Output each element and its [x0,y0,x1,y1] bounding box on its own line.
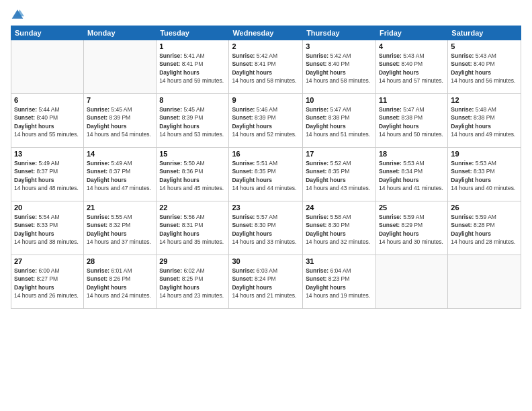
calendar-cell: 23Sunrise: 5:57 AMSunset: 8:30 PMDayligh… [229,201,303,255]
calendar-cell: 13Sunrise: 5:49 AMSunset: 8:37 PMDayligh… [11,148,84,201]
day-number: 5 [451,42,518,50]
sunrise-label: Sunrise: [379,214,402,220]
daylight-label: Daylight hours [159,230,200,237]
day-info: Sunrise: 5:43 AMSunset: 8:40 PMDaylight … [379,52,445,85]
sunset-label: Sunset: [232,114,253,121]
sunset-label: Sunset: [87,275,107,282]
daylight-label: Daylight hours [14,284,54,291]
sunrise-label: Sunrise: [87,214,109,220]
day-info: Sunrise: 5:42 AMSunset: 8:41 PMDaylight … [232,52,300,85]
sunset-label: Sunset: [87,114,107,121]
day-info: Sunrise: 5:41 AMSunset: 8:41 PMDaylight … [159,52,226,85]
day-info: Sunrise: 5:58 AMSunset: 8:30 PMDaylight … [306,213,373,246]
sunset-label: Sunset: [14,168,35,175]
day-number: 14 [87,150,153,158]
weekday-header-tuesday: Tuesday [157,26,229,40]
sunrise-label: Sunrise: [159,267,182,274]
calendar-cell: 29Sunrise: 6:02 AMSunset: 8:25 PMDayligh… [157,255,229,309]
sunrise-label: Sunrise: [451,214,474,220]
sunrise-label: Sunrise: [14,106,37,113]
daylight-label: Daylight hours [451,230,491,237]
daylight-label: Daylight hours [232,284,272,291]
calendar-cell: 4Sunrise: 5:43 AMSunset: 8:40 PMDaylight… [375,40,447,94]
daylight-label: Daylight hours [379,230,419,237]
sunset-label: Sunset: [379,114,400,121]
daylight-label: Daylight hours [451,123,491,130]
daylight-label: Daylight hours [87,123,127,130]
day-number: 30 [232,257,300,265]
sunset-label: Sunset: [451,60,472,67]
daylight-label: Daylight hours [159,123,200,130]
sunset-label: Sunset: [379,168,400,175]
week-row-1: 6Sunrise: 5:44 AMSunset: 8:40 PMDaylight… [11,94,521,148]
sunset-label: Sunset: [306,60,326,67]
day-number: 4 [379,42,445,50]
day-number: 26 [451,203,518,212]
logo [11,8,27,20]
calendar-cell: 31Sunrise: 6:04 AMSunset: 8:23 PMDayligh… [303,255,376,309]
day-number: 12 [451,96,518,104]
daylight-label: Daylight hours [232,69,272,76]
sunset-label: Sunset: [306,275,326,282]
day-number: 13 [14,150,81,158]
sunrise-label: Sunrise: [232,52,255,59]
daylight-label: Daylight hours [159,284,200,291]
day-number: 18 [379,150,445,158]
calendar-cell: 2Sunrise: 5:42 AMSunset: 8:41 PMDaylight… [229,40,303,94]
daylight-label: Daylight hours [232,177,272,183]
day-number: 28 [87,257,153,265]
sunrise-label: Sunrise: [159,106,182,113]
daylight-label: Daylight hours [87,177,127,183]
day-number: 2 [232,42,300,50]
calendar-cell: 10Sunrise: 5:47 AMSunset: 8:38 PMDayligh… [303,94,376,148]
day-number: 8 [159,96,226,104]
calendar-cell: 21Sunrise: 5:55 AMSunset: 8:32 PMDayligh… [83,201,156,255]
daylight-label: Daylight hours [379,123,419,130]
daylight-label: Daylight hours [306,69,346,76]
sunset-label: Sunset: [451,222,472,228]
day-info: Sunrise: 5:47 AMSunset: 8:38 PMDaylight … [379,105,445,138]
calendar-cell: 18Sunrise: 5:53 AMSunset: 8:34 PMDayligh… [375,148,447,201]
header [11,8,521,20]
weekday-header-thursday: Thursday [303,26,376,40]
day-number: 31 [306,257,373,265]
sunset-label: Sunset: [306,222,326,228]
sunset-label: Sunset: [232,222,253,228]
day-info: Sunrise: 5:59 AMSunset: 8:29 PMDaylight … [379,213,445,246]
day-info: Sunrise: 5:53 AMSunset: 8:33 PMDaylight … [451,159,518,192]
calendar-cell: 15Sunrise: 5:50 AMSunset: 8:36 PMDayligh… [157,148,229,201]
calendar-cell: 25Sunrise: 5:59 AMSunset: 8:29 PMDayligh… [375,201,447,255]
weekday-header-row: SundayMondayTuesdayWednesdayThursdayFrid… [11,26,521,40]
calendar-cell: 27Sunrise: 6:00 AMSunset: 8:27 PMDayligh… [11,255,84,309]
day-info: Sunrise: 6:01 AMSunset: 8:26 PMDaylight … [87,267,153,300]
sunrise-label: Sunrise: [159,214,182,220]
weekday-header-friday: Friday [375,26,447,40]
day-number: 25 [379,203,445,212]
daylight-label: Daylight hours [451,69,491,76]
day-info: Sunrise: 5:44 AMSunset: 8:40 PMDaylight … [14,105,81,138]
sunset-label: Sunset: [379,60,400,67]
weekday-header-monday: Monday [83,26,156,40]
daylight-label: Daylight hours [306,284,346,291]
calendar-cell: 14Sunrise: 5:49 AMSunset: 8:37 PMDayligh… [83,148,156,201]
day-info: Sunrise: 5:47 AMSunset: 8:38 PMDaylight … [306,105,373,138]
sunset-label: Sunset: [159,275,180,282]
sunrise-label: Sunrise: [306,52,328,59]
sunset-label: Sunset: [159,222,180,228]
day-number: 22 [159,203,226,212]
sunrise-label: Sunrise: [87,106,109,113]
calendar-cell [11,40,84,94]
day-info: Sunrise: 5:57 AMSunset: 8:30 PMDaylight … [232,213,300,246]
logo-icon [11,8,24,20]
daylight-label: Daylight hours [87,230,127,237]
day-info: Sunrise: 5:45 AMSunset: 8:39 PMDaylight … [159,105,226,138]
daylight-label: Daylight hours [159,69,200,76]
calendar-cell: 19Sunrise: 5:53 AMSunset: 8:33 PMDayligh… [448,148,521,201]
day-info: Sunrise: 5:54 AMSunset: 8:33 PMDaylight … [14,213,81,246]
calendar-cell: 12Sunrise: 5:48 AMSunset: 8:38 PMDayligh… [448,94,521,148]
daylight-label: Daylight hours [159,177,200,183]
day-number: 1 [159,42,226,50]
day-number: 27 [14,257,81,265]
day-info: Sunrise: 6:02 AMSunset: 8:25 PMDaylight … [159,267,226,300]
day-number: 11 [379,96,445,104]
